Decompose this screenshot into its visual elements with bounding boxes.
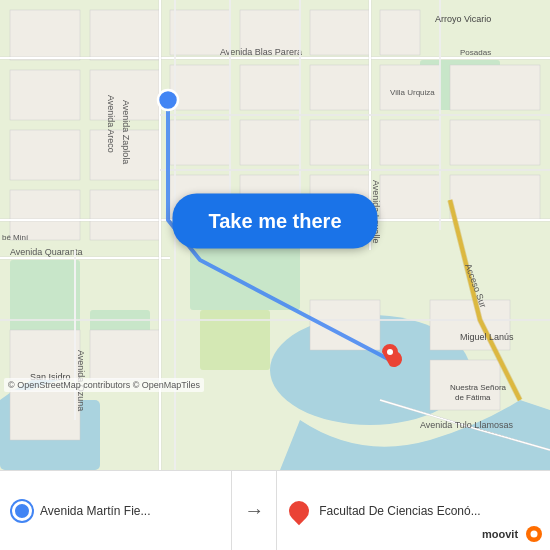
svg-rect-34: [90, 190, 160, 240]
map-attribution: © OpenStreetMap contributors © OpenMapTi…: [4, 378, 204, 392]
from-section: Avenida Martín Fie...: [0, 471, 232, 550]
svg-rect-4: [10, 260, 80, 340]
svg-rect-16: [450, 65, 540, 110]
take-me-there-button[interactable]: Take me there: [172, 193, 377, 248]
svg-rect-18: [240, 120, 300, 165]
svg-rect-10: [310, 10, 370, 55]
svg-rect-21: [450, 120, 540, 165]
svg-rect-12: [170, 65, 230, 110]
svg-text:Avenida Zaplola: Avenida Zaplola: [121, 100, 131, 164]
origin-icon: [12, 501, 32, 521]
svg-rect-11: [380, 10, 420, 55]
svg-point-85: [387, 349, 393, 355]
svg-rect-31: [10, 130, 80, 180]
svg-text:Miguel Lanús: Miguel Lanús: [460, 332, 514, 342]
svg-text:Arroyo Vicario: Arroyo Vicario: [435, 14, 491, 24]
svg-rect-28: [90, 10, 160, 60]
svg-text:Nuestra Señora: Nuestra Señora: [450, 383, 507, 392]
svg-text:Avenida Areco: Avenida Areco: [106, 95, 116, 153]
svg-text:Posadas: Posadas: [460, 48, 491, 57]
svg-point-87: [531, 531, 538, 538]
svg-point-84: [158, 90, 178, 110]
svg-rect-17: [170, 120, 230, 165]
svg-rect-37: [10, 390, 80, 440]
map-container: Avenida Blas Parera Avenida Santa Cruz A…: [0, 0, 550, 470]
svg-text:Villa Urquiza: Villa Urquiza: [390, 88, 435, 97]
svg-text:moovit: moovit: [482, 528, 518, 540]
arrow-section: →: [232, 499, 276, 522]
bottom-bar: Avenida Martín Fie... → Facultad De Cien…: [0, 470, 550, 550]
svg-rect-29: [10, 70, 80, 120]
svg-text:Avenida Blas Parera: Avenida Blas Parera: [220, 47, 302, 57]
svg-rect-27: [10, 10, 80, 60]
svg-text:Avenida Quaranta: Avenida Quaranta: [10, 247, 82, 257]
moovit-logo: moovit: [482, 524, 542, 544]
svg-rect-7: [200, 310, 270, 370]
svg-rect-20: [380, 120, 440, 165]
svg-text:de Fátima: de Fátima: [455, 393, 491, 402]
svg-rect-26: [450, 175, 540, 220]
svg-rect-38: [430, 300, 510, 350]
arrow-icon: →: [244, 499, 264, 522]
svg-rect-25: [380, 175, 440, 220]
svg-rect-14: [310, 65, 370, 110]
destination-icon: [285, 496, 313, 524]
to-label: Facultad De Ciencias Econó...: [319, 504, 480, 518]
svg-rect-19: [310, 120, 370, 165]
from-label: Avenida Martín Fie...: [40, 504, 151, 518]
svg-rect-13: [240, 65, 300, 110]
svg-text:bé Miní: bé Miní: [2, 233, 29, 242]
svg-rect-36: [90, 330, 160, 380]
svg-text:Avenida Tulo Llamosas: Avenida Tulo Llamosas: [420, 420, 513, 430]
svg-rect-3: [190, 240, 300, 310]
moovit-wordmark: moovit: [482, 524, 542, 544]
